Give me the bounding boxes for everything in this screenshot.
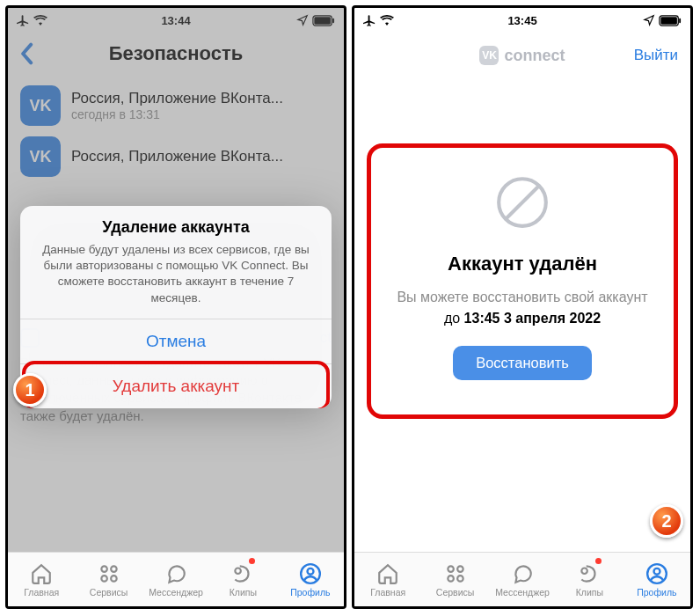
tab-home[interactable]: Главная (354, 553, 421, 606)
home-icon (376, 562, 399, 585)
svg-point-15 (457, 566, 463, 572)
svg-rect-10 (660, 17, 677, 24)
svg-point-3 (101, 566, 107, 572)
deleted-until: до 13:45 3 апреля 2022 (391, 311, 653, 326)
step-badge-2: 2 (650, 504, 683, 538)
svg-line-13 (506, 186, 538, 218)
messenger-icon (164, 562, 187, 585)
tab-clips[interactable]: Клипы (556, 553, 623, 606)
notification-dot-icon (249, 558, 255, 564)
prohibited-icon (493, 173, 551, 231)
svg-point-6 (111, 576, 117, 582)
clips-icon (231, 562, 254, 585)
deleted-message: Вы можете восстановить свой аккаунт (391, 288, 653, 307)
tabbar: Главная Сервисы Мессенджер Клипы Профиль (354, 552, 690, 606)
notification-dot-icon (595, 558, 602, 564)
tab-messenger[interactable]: Мессенджер (142, 553, 209, 606)
messenger-icon (511, 562, 534, 585)
profile-icon (299, 562, 322, 585)
cancel-button[interactable]: Отмена (20, 319, 332, 363)
tab-messenger[interactable]: Мессенджер (489, 553, 556, 606)
step-badge-1: 1 (13, 373, 47, 407)
vk-connect-logo: VK connect (479, 46, 565, 65)
statusbar: 13:45 (354, 8, 690, 33)
screen-deleted: 13:45 VK connect Выйти Аккаунт удалён Вы… (352, 5, 693, 609)
services-icon (98, 562, 120, 585)
deleted-title: Аккаунт удалён (391, 253, 653, 275)
battery-icon (659, 15, 682, 26)
profile-icon (645, 562, 668, 585)
svg-point-17 (457, 576, 463, 582)
restore-button[interactable]: Восстановить (453, 346, 592, 380)
sheet-message: Данные будут удалены из всех сервисов, г… (20, 242, 332, 319)
svg-point-19 (653, 568, 660, 574)
svg-point-5 (101, 576, 107, 582)
tabbar: Главная Сервисы Мессенджер Клипы Профиль (8, 552, 344, 606)
svg-point-4 (111, 566, 117, 572)
svg-point-8 (307, 568, 313, 574)
tab-services[interactable]: Сервисы (421, 553, 488, 606)
clips-icon (578, 562, 601, 585)
delete-account-sheet: Удаление аккаунта Данные будут удалены и… (20, 206, 332, 408)
home-icon (30, 562, 53, 585)
logout-button[interactable]: Выйти (634, 47, 678, 64)
account-deleted-card: Аккаунт удалён Вы можете восстановить св… (370, 147, 674, 415)
tab-home[interactable]: Главная (8, 553, 75, 606)
tab-services[interactable]: Сервисы (75, 553, 142, 606)
location-icon (643, 14, 655, 26)
statusbar-time: 13:45 (507, 14, 536, 27)
sheet-title: Удаление аккаунта (20, 206, 332, 242)
vk-logo-icon: VK (479, 46, 499, 65)
tab-profile[interactable]: Профиль (623, 553, 690, 606)
services-icon (444, 562, 467, 585)
tab-clips[interactable]: Клипы (209, 553, 276, 606)
wifi-icon (380, 15, 394, 26)
screen-security: 13:44 Безопасность VK Россия, Приложение… (5, 5, 346, 609)
connect-header: VK connect Выйти (354, 33, 690, 78)
svg-point-16 (448, 576, 453, 582)
svg-rect-11 (679, 18, 681, 23)
airplane-mode-icon (363, 14, 376, 27)
svg-point-14 (448, 566, 453, 572)
tab-profile[interactable]: Профиль (277, 553, 344, 606)
delete-account-button[interactable]: Удалить аккаунт (20, 363, 332, 408)
